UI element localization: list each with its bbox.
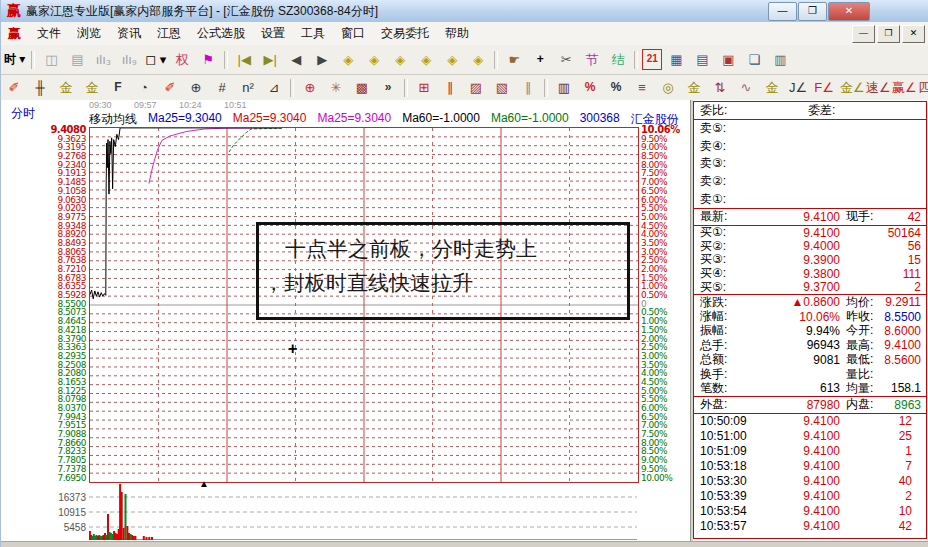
- menu-item[interactable]: 工具: [293, 22, 333, 45]
- annotation-box[interactable]: 十点半之前板，分时走势上 ，封板时直线快速拉升: [256, 222, 630, 320]
- last-page-icon[interactable]: ▶|: [258, 50, 282, 69]
- pan-right-diamond-icon[interactable]: ◈: [362, 50, 386, 69]
- fibonacci-icon[interactable]: F: [106, 78, 130, 97]
- close-button[interactable]: ✕: [828, 2, 870, 21]
- tick-price: 9.4100: [803, 429, 840, 443]
- price-ruler-icon[interactable]: ╫: [28, 78, 52, 97]
- restore-rights-icon[interactable]: 权: [170, 50, 194, 69]
- hash-grid-icon[interactable]: #: [210, 78, 234, 97]
- percent-lines-icon[interactable]: ≡: [630, 78, 654, 97]
- print-icon[interactable]: ▥: [768, 50, 792, 69]
- fan-lines-icon[interactable]: ∥: [438, 78, 462, 97]
- menu-item[interactable]: 交易委托: [373, 22, 437, 45]
- menu-item[interactable]: 窗口: [333, 22, 373, 45]
- toolbar-main: 时 ▾◫▤ılı₃ılı₉◻ ▾权⚑|◀▶|◀▶◈◈◈◈◈◈☛+✂节结21▦▤▣…: [1, 45, 928, 75]
- price-axis-value: 8.9775: [1, 213, 86, 221]
- copy-icon[interactable]: ❏: [742, 50, 766, 69]
- chart-type-dropdown[interactable]: ◻ ▾: [143, 50, 168, 69]
- compress-diamond-icon[interactable]: ◈: [440, 50, 464, 69]
- menu-item[interactable]: 文件: [29, 22, 69, 45]
- menu-item[interactable]: 资讯: [109, 22, 149, 45]
- period-selector-button[interactable]: 时 ▾: [2, 50, 27, 69]
- calendar-icon[interactable]: 21: [642, 49, 662, 70]
- weibi-row: 委比: 委差:: [694, 102, 926, 119]
- stat-value-1: 96943: [807, 338, 840, 352]
- star-circle-icon[interactable]: ✳: [324, 78, 348, 97]
- menu-item[interactable]: 浏览: [69, 22, 109, 45]
- mdi-window-button[interactable]: ❐: [877, 25, 900, 43]
- gann-knot-icon[interactable]: 结: [606, 50, 630, 69]
- time-cycle-icon[interactable]: ⊕: [184, 78, 208, 97]
- wave-icon[interactable]: ∿: [734, 78, 758, 97]
- tick-volume: 25: [899, 429, 912, 443]
- overview-icon[interactable]: ◫: [39, 50, 63, 69]
- spiral-icon[interactable]: ◔: [132, 78, 156, 97]
- flag-icon[interactable]: ⚑: [196, 50, 220, 69]
- menu-item[interactable]: 江恩: [149, 22, 189, 45]
- draw-pencil-icon[interactable]: ✐: [2, 78, 26, 97]
- more-tools-chevron[interactable]: »: [376, 78, 400, 97]
- gold-lines-icon[interactable]: 金: [682, 78, 706, 97]
- gann-gold-grid2-icon[interactable]: 金: [80, 78, 104, 97]
- calculator-icon[interactable]: ▦: [664, 50, 688, 69]
- shaded-box2-icon[interactable]: ▧: [490, 78, 514, 97]
- f-angle-icon[interactable]: F∠: [812, 78, 836, 97]
- volume-pane[interactable]: [89, 482, 637, 540]
- menu-item[interactable]: 帮助: [437, 22, 477, 45]
- grid-box-icon[interactable]: ⊞: [412, 78, 436, 97]
- volume-9-icon[interactable]: ılı₉: [117, 50, 141, 69]
- ying-angle-icon[interactable]: 赢∠: [890, 78, 914, 97]
- tick-price: 9.4100: [803, 444, 840, 458]
- parallel-lines-icon[interactable]: ∥: [516, 78, 540, 97]
- gann-gold-grid-icon[interactable]: 金: [54, 78, 78, 97]
- square-of-nine-icon[interactable]: n²: [236, 78, 260, 97]
- maximize-button[interactable]: ❐: [798, 2, 827, 21]
- next-page-icon[interactable]: ▶: [310, 50, 334, 69]
- annotation-line2: ，封板时直线快速拉升: [259, 263, 627, 297]
- gold-circle-icon[interactable]: ◎: [656, 78, 680, 97]
- expand-diamond-icon[interactable]: ◈: [466, 50, 490, 69]
- save-icon[interactable]: ▣: [716, 50, 740, 69]
- updown-arrow-icon[interactable]: ⇅: [708, 78, 732, 97]
- pan-left-diamond-icon[interactable]: ◈: [336, 50, 360, 69]
- four-angle-icon[interactable]: 四∠: [916, 78, 928, 97]
- crosshair-icon[interactable]: +: [528, 50, 552, 69]
- price-axis-value: 8.1653: [1, 378, 86, 386]
- percent-icon[interactable]: %: [604, 78, 628, 97]
- volume-profile-icon[interactable]: ▥: [552, 78, 576, 97]
- time-axis-label: 10:24: [179, 100, 206, 110]
- prev-page-icon[interactable]: ◀: [284, 50, 308, 69]
- menu-item[interactable]: 公式选股: [189, 22, 253, 45]
- toolbar-separator: [224, 51, 228, 69]
- minimize-button[interactable]: —: [768, 2, 797, 21]
- pencil-grid-icon[interactable]: ✐: [158, 78, 182, 97]
- mdi-window-button[interactable]: ✕: [902, 25, 925, 43]
- f10-info-icon[interactable]: ▤: [65, 50, 89, 69]
- shaded-box-icon[interactable]: ▨: [464, 78, 488, 97]
- speed-angle-icon[interactable]: 速∠: [864, 78, 888, 97]
- drag-hand-icon[interactable]: ☛: [502, 50, 526, 69]
- app-window: 赢 赢家江恩专业版[赢家内部服务平台] - [汇金股份 SZ300368-84分…: [0, 0, 928, 547]
- zoom-out-diamond-icon[interactable]: ◈: [388, 50, 412, 69]
- percent-axis-value: 4.50%: [641, 378, 691, 386]
- tick-time: 10:53:30: [700, 474, 747, 488]
- first-page-icon[interactable]: |◀: [232, 50, 256, 69]
- notepad-icon[interactable]: ▤: [690, 50, 714, 69]
- gold-gann-angle-icon[interactable]: 金∠: [838, 78, 862, 97]
- stat-value-1: 10.06%: [799, 310, 840, 324]
- cut-icon[interactable]: ✂: [554, 50, 578, 69]
- outer-volume: 87980: [807, 398, 840, 412]
- star-square-icon[interactable]: ▩: [350, 78, 374, 97]
- j-angle-icon[interactable]: J∠: [786, 78, 810, 97]
- menu-item[interactable]: 设置: [253, 22, 293, 45]
- stat-value-2: 9.4100: [884, 338, 921, 352]
- angle-mirror-icon[interactable]: ⊿: [262, 78, 286, 97]
- target-circle-icon[interactable]: ⊕: [298, 78, 322, 97]
- gold-angle-icon[interactable]: 金: [760, 78, 784, 97]
- gann-festival-icon[interactable]: 节: [580, 50, 604, 69]
- mdi-window-button[interactable]: —: [852, 25, 875, 43]
- ask-label: 卖③:: [700, 155, 726, 172]
- volume-3-icon[interactable]: ılı₃: [91, 50, 115, 69]
- zoom-in-diamond-icon[interactable]: ◈: [414, 50, 438, 69]
- percent-box-icon[interactable]: %: [578, 78, 602, 97]
